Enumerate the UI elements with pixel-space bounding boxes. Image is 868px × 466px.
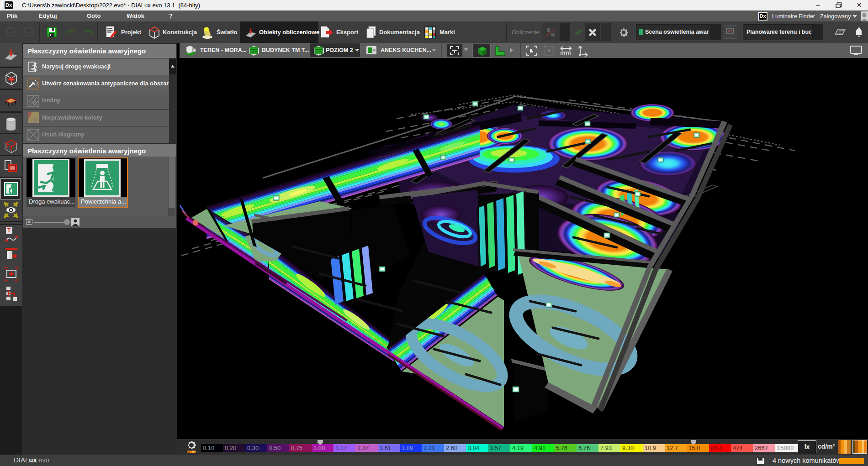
- svg-text:T: T: [7, 227, 11, 234]
